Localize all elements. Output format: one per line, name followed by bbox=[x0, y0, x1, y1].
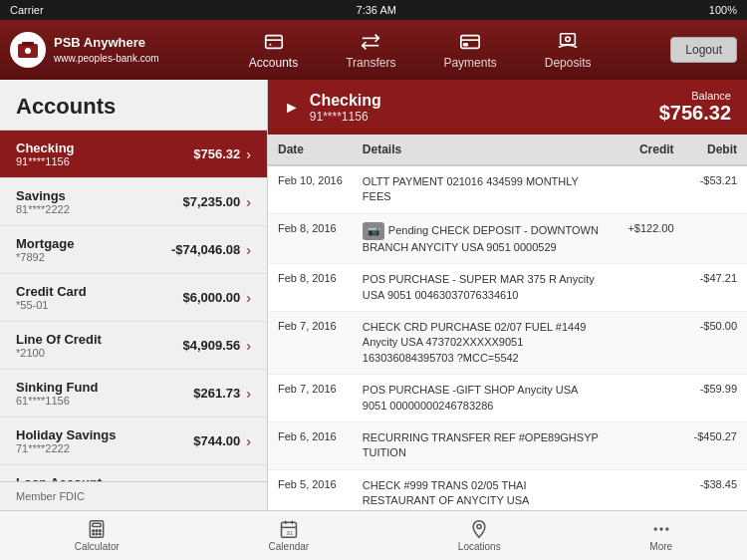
svg-point-19 bbox=[97, 533, 99, 535]
trans-credit bbox=[609, 469, 683, 510]
svg-point-16 bbox=[97, 530, 99, 532]
svg-point-20 bbox=[100, 533, 102, 535]
tab-deposits[interactable]: Deposits bbox=[521, 25, 616, 76]
account-item-6[interactable]: Holiday Savings 71****2222 $744.00 › bbox=[0, 418, 267, 465]
app-url: www.peoples-bank.com bbox=[54, 53, 159, 64]
svg-point-2 bbox=[25, 48, 31, 54]
account-item-4[interactable]: Line Of Credit *2100 $4,909.56 › bbox=[0, 322, 267, 370]
trans-details: CHECK #999 TRANS 02/05 THAI RESTAURANT O… bbox=[353, 469, 609, 510]
trans-credit bbox=[609, 264, 683, 312]
app-name: PSB Anywhere bbox=[54, 35, 159, 52]
battery-label: 100% bbox=[709, 4, 737, 16]
balance-label: Balance bbox=[659, 90, 731, 102]
col-date: Date bbox=[268, 135, 353, 165]
account-item-5[interactable]: Sinking Fund 61****1156 $261.73 › bbox=[0, 370, 267, 418]
bottom-nav-more[interactable]: More bbox=[629, 515, 692, 556]
trans-date: Feb 7, 2016 bbox=[268, 375, 353, 422]
table-header-row: Date Details Credit Debit bbox=[268, 135, 747, 165]
trans-details: 📷Pending CHECK DEPOSIT - DOWNTOWN BRANCH… bbox=[353, 213, 609, 263]
account-header: ► Checking 91****1156 Balance $756.32 bbox=[268, 80, 747, 135]
svg-text:31: 31 bbox=[286, 530, 292, 536]
account-item-3[interactable]: Credit Card *55-01 $6,000.00 › bbox=[0, 274, 267, 322]
table-row: Feb 10, 2016 OLTT PAYMENT 021016 434599 … bbox=[268, 165, 747, 213]
svg-rect-11 bbox=[561, 33, 576, 44]
trans-details: OLTT PAYMENT 021016 434599 MONTHLY FEES bbox=[353, 165, 609, 213]
tab-deposits-label: Deposits bbox=[545, 56, 592, 70]
tab-accounts-label: Accounts bbox=[249, 56, 298, 70]
bottom-nav-more-label: More bbox=[649, 541, 672, 552]
trans-debit: -$450.27 bbox=[684, 421, 747, 469]
logo-icon bbox=[10, 32, 46, 68]
svg-point-27 bbox=[653, 527, 656, 530]
col-details: Details bbox=[353, 135, 609, 165]
svg-point-15 bbox=[93, 530, 95, 532]
account-item-0[interactable]: Checking 91****1156 $756.32 › bbox=[0, 131, 267, 178]
trans-details: RECURRING TRANSFER REF #OPE89GHSYP TUITI… bbox=[353, 421, 609, 469]
bottom-nav-locations[interactable]: Locations bbox=[438, 515, 521, 556]
carrier-label: Carrier bbox=[10, 4, 44, 16]
table-row: Feb 8, 2016 📷Pending CHECK DEPOSIT - DOW… bbox=[268, 213, 747, 263]
app-logo: PSB Anywhere www.peoples-bank.com bbox=[10, 32, 169, 68]
account-item-1[interactable]: Savings 81****2222 $7,235.00 › bbox=[0, 178, 267, 226]
account-item-7[interactable]: Loan Account *95-01 -$34,569.22 › bbox=[0, 465, 267, 481]
account-header-arrow-icon: ► bbox=[284, 99, 300, 117]
nav-header: PSB Anywhere www.peoples-bank.com Accoun… bbox=[0, 20, 747, 80]
trans-date: Feb 10, 2016 bbox=[268, 165, 353, 213]
trans-credit bbox=[609, 421, 683, 469]
table-row: Feb 7, 2016 CHECK CRD PURCHASE 02/07 FUE… bbox=[268, 311, 747, 374]
sidebar-title: Accounts bbox=[0, 80, 267, 131]
status-bar: Carrier 7:36 AM 100% bbox=[0, 0, 747, 20]
table-row: Feb 5, 2016 CHECK #999 TRANS 02/05 THAI … bbox=[268, 469, 747, 510]
svg-point-12 bbox=[566, 36, 571, 41]
trans-debit bbox=[684, 213, 747, 263]
trans-credit bbox=[609, 311, 683, 374]
main-content: ► Checking 91****1156 Balance $756.32 Da… bbox=[268, 80, 747, 510]
col-debit: Debit bbox=[684, 135, 747, 165]
trans-date: Feb 8, 2016 bbox=[268, 213, 353, 263]
bottom-nav-locations-label: Locations bbox=[458, 541, 501, 552]
transactions-table: Date Details Credit Debit Feb 10, 2016 O… bbox=[268, 135, 747, 510]
trans-debit: -$47.21 bbox=[684, 264, 747, 312]
trans-credit bbox=[609, 165, 683, 213]
svg-rect-14 bbox=[93, 523, 101, 526]
trans-debit: -$50.00 bbox=[684, 311, 747, 374]
trans-date: Feb 5, 2016 bbox=[268, 469, 353, 510]
main-layout: Accounts Checking 91****1156 $756.32 › S… bbox=[0, 80, 747, 510]
trans-details: POS PURCHASE - SUPER MAR 375 R Anycity U… bbox=[353, 264, 609, 312]
account-item-2[interactable]: Mortgage *7892 -$74,046.08 › bbox=[0, 226, 267, 274]
bottom-nav: Calculator 31 Calendar Locations More bbox=[0, 510, 747, 560]
trans-details: CHECK CRD PURCHASE 02/07 FUEL #1449 Anyc… bbox=[353, 311, 609, 374]
sidebar: Accounts Checking 91****1156 $756.32 › S… bbox=[0, 80, 268, 510]
tab-transfers-label: Transfers bbox=[346, 56, 395, 70]
tab-payments-label: Payments bbox=[443, 56, 496, 70]
svg-rect-10 bbox=[464, 43, 468, 45]
tab-accounts[interactable]: Accounts bbox=[225, 25, 322, 76]
logout-button[interactable]: Logout bbox=[670, 37, 737, 63]
trans-date: Feb 8, 2016 bbox=[268, 264, 353, 312]
sidebar-footer: Member FDIC bbox=[0, 481, 267, 510]
trans-debit: -$59.99 bbox=[684, 375, 747, 422]
balance-amount: $756.32 bbox=[659, 102, 731, 125]
trans-debit: -$38.45 bbox=[684, 469, 747, 510]
svg-point-18 bbox=[93, 533, 95, 535]
trans-credit bbox=[609, 375, 683, 422]
tab-payments[interactable]: Payments bbox=[419, 25, 520, 76]
trans-date: Feb 6, 2016 bbox=[268, 421, 353, 469]
bottom-nav-calculator[interactable]: Calculator bbox=[55, 515, 139, 556]
svg-rect-3 bbox=[265, 35, 282, 48]
svg-point-17 bbox=[100, 530, 102, 532]
bottom-nav-calendar-label: Calendar bbox=[269, 541, 310, 552]
bottom-nav-calendar[interactable]: 31 Calendar bbox=[249, 515, 330, 556]
nav-tabs: Accounts Transfers Payments bbox=[169, 25, 670, 76]
col-credit: Credit bbox=[609, 135, 683, 165]
table-row: Feb 7, 2016 POS PURCHASE -GIFT SHOP Anyc… bbox=[268, 375, 747, 422]
svg-point-26 bbox=[477, 524, 481, 528]
tab-transfers[interactable]: Transfers bbox=[322, 25, 419, 76]
account-header-num: 91****1156 bbox=[310, 110, 659, 124]
trans-credit: +$122.00 bbox=[609, 213, 683, 263]
account-list: Checking 91****1156 $756.32 › Savings 81… bbox=[0, 131, 267, 481]
svg-point-28 bbox=[659, 527, 662, 530]
table-row: Feb 8, 2016 POS PURCHASE - SUPER MAR 375… bbox=[268, 264, 747, 312]
trans-debit: -$53.21 bbox=[684, 165, 747, 213]
transactions-container: Date Details Credit Debit Feb 10, 2016 O… bbox=[268, 135, 747, 510]
